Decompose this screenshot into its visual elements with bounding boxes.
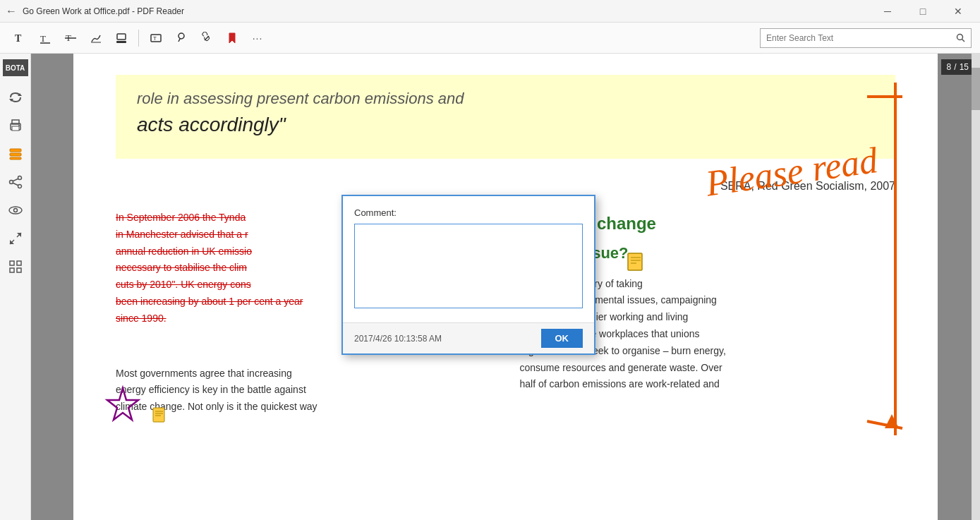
expand-button[interactable] <box>3 226 28 251</box>
bookmark-icon[interactable] <box>221 25 243 51</box>
refresh-button[interactable] <box>3 85 28 110</box>
text-select-icon[interactable]: T <box>8 25 31 51</box>
svg-point-29 <box>9 207 22 214</box>
svg-line-28 <box>13 183 18 186</box>
svg-text:T: T <box>15 33 22 44</box>
svg-rect-37 <box>10 268 14 272</box>
main-area: BOTA 8 / 15 <box>0 54 980 520</box>
svg-rect-23 <box>10 157 21 159</box>
back-button[interactable]: ← <box>6 5 17 18</box>
comment-textarea[interactable] <box>354 224 583 308</box>
more-options-icon[interactable]: ··· <box>246 25 269 51</box>
title-bar: ← Go Green Work at Office.pdf - PDF Read… <box>0 0 980 23</box>
dialog-footer: 2017/4/26 10:13:58 AM OK <box>343 322 594 353</box>
toolbar-separator-1 <box>138 30 139 47</box>
bota-label[interactable]: BOTA <box>3 59 28 76</box>
comment-dialog: Comment: 2017/4/26 10:13:58 AM OK <box>341 195 595 355</box>
text-box-icon[interactable]: T <box>145 25 167 51</box>
svg-text:T: T <box>153 35 157 42</box>
window-title: Go Green Work at Office.pdf - PDF Reader <box>23 6 871 16</box>
window-controls: ─ □ ✕ <box>871 0 974 23</box>
dialog-overlay: Comment: 2017/4/26 10:13:58 AM OK <box>31 54 980 520</box>
minimize-button[interactable]: ─ <box>871 0 904 23</box>
svg-rect-19 <box>12 126 19 131</box>
dialog-body: Comment: <box>343 196 594 322</box>
close-button[interactable]: ✕ <box>942 0 974 23</box>
pdf-area: 8 / 15 role in assessing present carbon … <box>31 54 980 520</box>
svg-point-25 <box>9 181 13 184</box>
svg-point-13 <box>957 34 963 40</box>
signature-icon[interactable] <box>85 25 107 51</box>
svg-point-20 <box>18 125 20 126</box>
svg-point-24 <box>18 176 21 180</box>
text-tool-icon[interactable]: T <box>34 25 56 51</box>
print-button[interactable] <box>3 113 28 138</box>
svg-text:T: T <box>40 33 46 44</box>
svg-rect-6 <box>117 34 126 40</box>
dialog-ok-button[interactable]: OK <box>541 329 583 348</box>
strikethrough-icon[interactable]: T <box>59 25 82 51</box>
comment-label: Comment: <box>354 207 583 218</box>
layers-button[interactable] <box>3 141 28 167</box>
grid-button[interactable] <box>3 254 28 279</box>
svg-rect-36 <box>17 261 21 265</box>
svg-point-10 <box>179 33 184 39</box>
svg-rect-38 <box>17 268 21 272</box>
svg-rect-22 <box>10 153 21 156</box>
stamp-icon[interactable] <box>110 25 133 51</box>
svg-point-26 <box>18 185 21 188</box>
search-submit-icon[interactable] <box>951 28 971 48</box>
view-button[interactable] <box>3 198 28 223</box>
svg-rect-35 <box>10 261 14 265</box>
svg-point-30 <box>13 209 17 212</box>
search-input[interactable] <box>761 33 951 43</box>
comment-stamp-icon[interactable] <box>170 25 193 51</box>
link-icon[interactable] <box>195 25 218 51</box>
svg-rect-21 <box>10 149 21 152</box>
svg-line-11 <box>179 39 180 42</box>
toolbar: T T T T ··· <box>0 23 980 54</box>
comment-timestamp: 2017/4/26 10:13:58 AM <box>354 334 442 344</box>
svg-line-14 <box>962 39 965 42</box>
maximize-button[interactable]: □ <box>907 0 939 23</box>
sidebar: BOTA <box>0 54 31 520</box>
share-button[interactable] <box>3 169 28 195</box>
search-box[interactable] <box>760 28 972 48</box>
svg-rect-7 <box>116 41 126 43</box>
svg-line-27 <box>13 179 18 181</box>
